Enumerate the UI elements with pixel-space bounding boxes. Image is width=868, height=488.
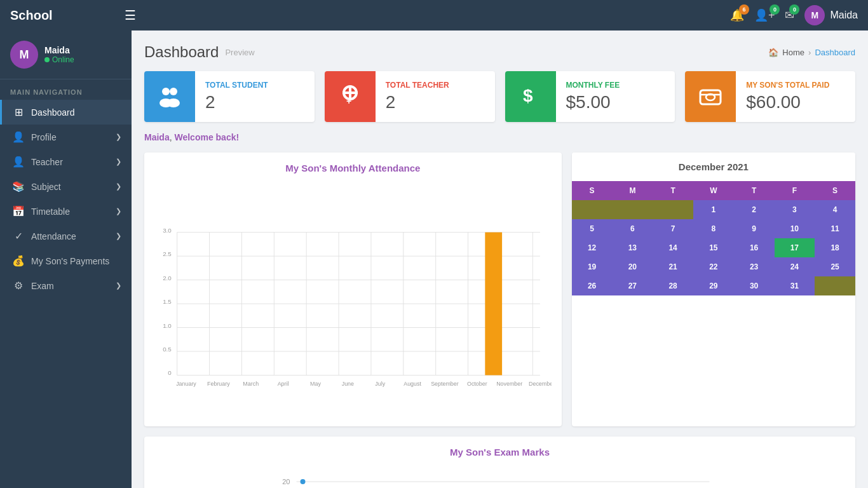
calendar-day[interactable]: 5 xyxy=(572,219,613,238)
calendar-day[interactable]: 10 xyxy=(775,219,815,238)
svg-text:+: + xyxy=(346,96,351,106)
total-paid-info: MY SON'S TOTAL PAID $60.00 xyxy=(736,73,839,120)
calendar-day[interactable]: 22 xyxy=(693,257,734,276)
svg-text:2.0: 2.0 xyxy=(163,274,172,281)
calendar-card: December 2021 S M T W T F S 123456789101… xyxy=(572,152,855,426)
chevron-right-icon: ❯ xyxy=(116,182,121,191)
exam-data-point xyxy=(301,479,306,484)
total-student-value: 2 xyxy=(205,92,268,112)
calendar-day[interactable]: 16 xyxy=(734,238,775,257)
svg-point-3 xyxy=(167,98,180,107)
exam-chart-title: My Son's Exam Marks xyxy=(154,447,845,458)
cal-header-s2: S xyxy=(815,181,855,200)
svg-text:May: May xyxy=(310,381,321,387)
calendar-day[interactable]: 11 xyxy=(815,219,855,238)
svg-text:April: April xyxy=(278,381,289,387)
calendar-grid: S M T W T F S 12345678910111213141516171… xyxy=(572,181,855,295)
sidebar-item-dashboard[interactable]: ⊞ Dashboard xyxy=(0,100,132,125)
calendar-day[interactable]: 15 xyxy=(693,238,734,257)
breadcrumb-home[interactable]: Home xyxy=(782,48,804,57)
calendar-day[interactable]: 4 xyxy=(815,200,855,219)
calendar-day[interactable] xyxy=(653,200,693,219)
add-user-button[interactable]: 👤+ 0 xyxy=(754,8,775,22)
chevron-right-icon: ❯ xyxy=(116,133,121,141)
calendar-day[interactable]: 26 xyxy=(572,276,613,295)
sidebar-user: M Maida Online xyxy=(0,30,132,79)
calendar-week-row: 262728293031 xyxy=(572,276,855,295)
exam-icon: ⚙ xyxy=(12,280,25,292)
monthly-fee-label: MONTHLY FEE xyxy=(566,81,620,90)
calendar-day[interactable]: 19 xyxy=(572,257,613,276)
sidebar-item-attendance[interactable]: ✓ Attendance ❯ xyxy=(0,224,132,248)
calendar-day[interactable]: 1 xyxy=(693,200,734,219)
sidebar-item-label: My Son's Payments xyxy=(31,256,109,266)
sidebar-item-timetable[interactable]: 📅 Timetable ❯ xyxy=(0,199,132,224)
messages-badge: 0 xyxy=(789,4,799,15)
monthly-fee-info: MONTHLY FEE $5.00 xyxy=(556,73,630,120)
sidebar-avatar: M xyxy=(10,41,38,69)
calendar-day[interactable]: 29 xyxy=(693,276,734,295)
topnav-icons: 🔔 6 👤+ 0 ✉ 0 M Maida xyxy=(730,5,858,25)
calendar-day[interactable]: 24 xyxy=(775,257,815,276)
user-name: Maida xyxy=(830,10,858,21)
sidebar-item-profile[interactable]: 👤 Profile ❯ xyxy=(0,125,132,149)
messages-button[interactable]: ✉ 0 xyxy=(785,8,794,22)
cal-header-s1: S xyxy=(572,181,613,200)
calendar-day[interactable]: 12 xyxy=(572,238,613,257)
breadcrumb-separator: › xyxy=(808,48,811,57)
page-title: Dashboard xyxy=(144,43,219,61)
calendar-day[interactable]: 18 xyxy=(815,238,855,257)
calendar-day[interactable]: 8 xyxy=(693,219,734,238)
sidebar-item-payments[interactable]: 💰 My Son's Payments xyxy=(0,248,132,273)
total-student-icon xyxy=(144,71,195,122)
calendar-day[interactable]: 13 xyxy=(613,238,653,257)
notifications-button[interactable]: 🔔 6 xyxy=(730,8,744,22)
calendar-week-row: 1234 xyxy=(572,200,855,219)
app-logo: School xyxy=(10,8,125,23)
sidebar-item-exam[interactable]: ⚙ Exam ❯ xyxy=(0,273,132,298)
calendar-week-row: 19202122232425 xyxy=(572,257,855,276)
svg-text:January: January xyxy=(176,381,196,387)
attendance-bar-chart: 0 0.5 1.0 1.5 2.0 2.5 3.0 xyxy=(154,181,552,416)
calendar-day[interactable]: 6 xyxy=(613,219,653,238)
sidebar-item-teacher[interactable]: 👤 Teacher ❯ xyxy=(0,149,132,174)
chevron-right-icon: ❯ xyxy=(116,281,121,290)
bar-chart-wrap: 0 0.5 1.0 1.5 2.0 2.5 3.0 xyxy=(154,181,552,416)
svg-text:August: August xyxy=(403,381,421,387)
calendar-day[interactable]: 14 xyxy=(653,238,693,257)
hamburger-icon[interactable]: ☰ xyxy=(125,8,730,23)
calendar-day[interactable] xyxy=(815,276,855,295)
calendar-day[interactable]: 28 xyxy=(653,276,693,295)
svg-text:November: November xyxy=(496,381,522,387)
calendar-day[interactable]: 3 xyxy=(775,200,815,219)
sidebar-item-label: Dashboard xyxy=(31,107,75,118)
attendance-icon: ✓ xyxy=(12,230,25,242)
charts-row: My Son's Monthly Attendance 0 0.5 1.0 1.… xyxy=(144,152,855,426)
svg-text:3.0: 3.0 xyxy=(163,227,172,234)
svg-text:$: $ xyxy=(523,86,533,105)
calendar-day[interactable]: 23 xyxy=(734,257,775,276)
calendar-day[interactable]: 31 xyxy=(775,276,815,295)
calendar-day[interactable]: 25 xyxy=(815,257,855,276)
calendar-day[interactable]: 27 xyxy=(613,276,653,295)
sidebar-item-label: Exam xyxy=(31,281,54,291)
calendar-day[interactable]: 21 xyxy=(653,257,693,276)
sidebar-item-subject[interactable]: 📚 Subject ❯ xyxy=(0,174,132,199)
user-menu[interactable]: M Maida xyxy=(804,5,858,25)
svg-text:February: February xyxy=(207,381,230,387)
calendar-day[interactable]: 30 xyxy=(734,276,775,295)
profile-icon: 👤 xyxy=(12,131,25,143)
svg-text:March: March xyxy=(243,381,259,387)
calendar-day[interactable] xyxy=(613,200,653,219)
cal-header-f: F xyxy=(775,181,815,200)
stat-card-total-teacher: + TOTAL TEACHER 2 xyxy=(325,71,495,122)
calendar-day[interactable]: 20 xyxy=(613,257,653,276)
calendar-day[interactable]: 2 xyxy=(734,200,775,219)
calendar-day[interactable]: 17 xyxy=(775,238,815,257)
calendar-day[interactable] xyxy=(572,200,613,219)
stats-row: TOTAL STUDENT 2 + TOTAL TEACHER 2 xyxy=(144,71,855,122)
calendar-day[interactable]: 7 xyxy=(653,219,693,238)
calendar-day[interactable]: 9 xyxy=(734,219,775,238)
subject-icon: 📚 xyxy=(12,180,25,193)
attendance-chart-card: My Son's Monthly Attendance 0 0.5 1.0 1.… xyxy=(144,152,562,426)
